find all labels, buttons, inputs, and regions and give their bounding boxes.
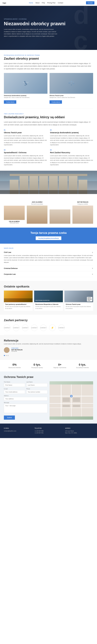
lawyer-desc-3: Lorem ipsum dolor sit amet, consectetur … (4, 154, 47, 166)
contact-col-item-2-2: +1 234 567 891 (34, 432, 63, 434)
lawyer-desc-1: Lorem ipsum dolor sit amet, consectetur … (4, 135, 47, 146)
lawyer-desc-4: Lorem ipsum dolor sit amet, consectetur … (50, 154, 93, 166)
pediment (10, 174, 87, 176)
service-header-3[interactable]: Corporate Law ∨ (4, 273, 93, 275)
nav-about[interactable]: About (35, 2, 39, 4)
partner-logo-3[interactable]: CONTACT (22, 324, 28, 331)
bottom-overlay (0, 190, 97, 194)
service-name-1: Civil Law (4, 251, 11, 253)
service-header-2[interactable]: Criminal Defense ∨ (4, 267, 93, 269)
stat-num-2: 0 tys. (26, 363, 48, 366)
trusted-card-1: Gwarancja doskonałości prawnej Sample te… (4, 73, 47, 104)
shield-cta-button[interactable]: Uzyskaj bezpłatną konsultację (36, 236, 61, 240)
meeting-text-3: Ochrona Twoich praw At vero eos et accus… (64, 302, 93, 311)
trusted-card-1-image (4, 73, 47, 94)
trusted-card-1-btn[interactable]: Czytaj więcej (4, 100, 16, 104)
reviewer-info-1: ★★★★★ NAT REYNOLDS Kierownik (11, 347, 22, 352)
form-row-2: E-mail Phone (4, 388, 47, 394)
march-sign: MARCHFOR OURLIVES (87, 297, 92, 302)
trusted-card-2-label: Obrona Twoich praw (50, 95, 93, 96)
map-placeholder (50, 381, 93, 420)
nav-logo: logo (2, 2, 6, 4)
meeting-card-title-3: Ochrona Twoich praw (66, 304, 92, 305)
lawyer-num-2: 02 (50, 129, 93, 131)
meeting-card-desc-3: At vero eos et accusam et justo duo dolo… (66, 306, 92, 310)
nav-pricing[interactable]: Pricing Plan (47, 2, 56, 4)
review-item-1: ★★★★★ NAT REYNOLDS Kierownik (4, 347, 93, 353)
trusted-card-2-image (50, 73, 93, 94)
trusted-cards: Gwarancja doskonałości prawnej Sample te… (4, 73, 93, 104)
reviewer-photo-1 (4, 347, 9, 353)
partner-logo-4[interactable]: CONTACT (31, 324, 37, 331)
lawyer-item-3: 03 Sprawiedliwość i Ochrona Lorem ipsum … (4, 149, 47, 166)
dot-2[interactable] (6, 355, 7, 356)
svg-rect-20 (63, 405, 70, 407)
meetings-title: Ostatnie spotkania (4, 285, 93, 288)
lawyers-title: Doświadczeni prawnicy, którzy są oddani (4, 115, 93, 119)
lawyer-title-4: Reni Zaufani Rzecznicy (50, 152, 93, 154)
lawyer-num-4: 04 (50, 149, 93, 151)
partner-logo-2[interactable]: CONTACT (13, 324, 19, 331)
trusted-card-2-btn[interactable]: Czytaj więcej (50, 100, 62, 104)
stat-label-2: Rozwiązane sprawy (26, 367, 48, 368)
meeting-card-desc-2: At vero eos et accusam et justo duo dolo… (35, 306, 62, 310)
lawyer-title-2: Gwarancja doskonałości prawnej (50, 132, 93, 134)
svg-rect-19 (73, 398, 80, 402)
trusted-card-2-sample: Sample text. Click to select the Text El… (50, 97, 93, 98)
partner-logo-6[interactable]: ⚡ (49, 324, 56, 331)
stat-item-4: 0 tys. Szczęśliwych klientów (72, 363, 93, 368)
protect-section: Ochrona Twoich praw First Name Last Name… (0, 372, 97, 424)
phone-label: Phone (26, 388, 48, 390)
partner-logo-5[interactable]: CONTACT (40, 324, 47, 331)
svg-point-5 (71, 81, 72, 82)
trusted-card-2: Obrona Twoich praw Sample text. Click to… (50, 73, 93, 104)
nav-contact[interactable]: Contact (58, 2, 63, 4)
shield-section: Twoja tarcza prawna czeka Uzyskaj bezpła… (0, 228, 97, 244)
reviews-title: Referencje (4, 339, 93, 342)
services-eyebrow: NASZE USŁUGI (4, 248, 93, 249)
service-item-2: Criminal Defense ∨ (4, 266, 93, 271)
services-section: NASZE USŁUGI Civil Law ∧ Lorem ipsum dol… (0, 244, 97, 281)
address-field: Address (4, 395, 47, 400)
protect-grid: First Name Last Name E-mail Phone (4, 381, 93, 420)
lawyer-num-1: 01 (4, 129, 47, 131)
contact-col-2: Telefon +1 234 567 890 +1 234 567 891 (34, 428, 63, 434)
first-name-input[interactable] (4, 383, 25, 387)
nav-contact-button[interactable]: Kontakt (86, 1, 95, 4)
nav-home[interactable]: Home (29, 2, 33, 4)
protect-title: Ochrona Twoich praw (4, 375, 93, 379)
meeting-card-1: Twoi partnerzy sprawiedliwości At vero e… (4, 290, 33, 311)
lawyer-item-2: 02 Gwarancja doskonałości prawnej Lorem … (50, 129, 93, 146)
trusted-eyebrow: ROZWIĄZANIA EKSPERCKIE W ZAKRESIE PRAWA (4, 54, 93, 56)
meetings-grid: Twoi partnerzy sprawiedliwości At vero e… (4, 290, 93, 311)
partner-logo-1[interactable]: CONTACT (4, 324, 10, 331)
last-name-input[interactable] (26, 383, 48, 387)
svg-rect-18 (63, 398, 70, 402)
partner-logo-7[interactable]: CONTACT (58, 324, 65, 331)
stats-grid: 0% Skuteczność klientów 0 tys. Rozwiązan… (4, 363, 93, 368)
email-input[interactable] (4, 390, 25, 394)
trusted-title: Zaufani obrońcy prawni (4, 57, 93, 60)
partners-section: Zaufani partnerzy CONTACT CONTACT CONTAC… (0, 315, 97, 335)
team-photo-2 (27, 206, 48, 224)
stat-item-3: 0+ Nagrody i wyróżnienia (49, 363, 71, 368)
phone-input[interactable] (26, 390, 48, 394)
team-grid: CELIA ALMEDA Kierownik biura JACK ALVARE… (4, 200, 93, 224)
dot-1[interactable] (4, 355, 5, 356)
nav-faq[interactable]: FAQ (42, 2, 45, 4)
service-chevron-2: ∨ (92, 267, 93, 269)
dot-3[interactable] (7, 355, 8, 356)
lawyers-section: TWOI ZAUFANI RZECZNICY Doświadczeni praw… (0, 108, 97, 171)
lawyers-grid: 01 Obrona Twoich praw Lorem ipsum dolor … (4, 129, 93, 166)
partners-title: Zaufani partnerzy (4, 318, 93, 322)
scales-icon (68, 80, 75, 87)
stat-item-1: 0% Skuteczność klientów (4, 363, 25, 368)
meetings-section: Ostatnie spotkania Twoi partnerzy sprawi… (0, 281, 97, 315)
message-textarea[interactable] (4, 404, 47, 413)
address-input[interactable] (4, 397, 47, 400)
submit-button[interactable]: Submit (4, 416, 15, 420)
service-chevron-1: ∧ (92, 251, 93, 253)
svg-rect-0 (24, 81, 27, 85)
service-header-1[interactable]: Civil Law ∧ (4, 251, 93, 253)
last-name-field: Last Name (26, 381, 48, 387)
